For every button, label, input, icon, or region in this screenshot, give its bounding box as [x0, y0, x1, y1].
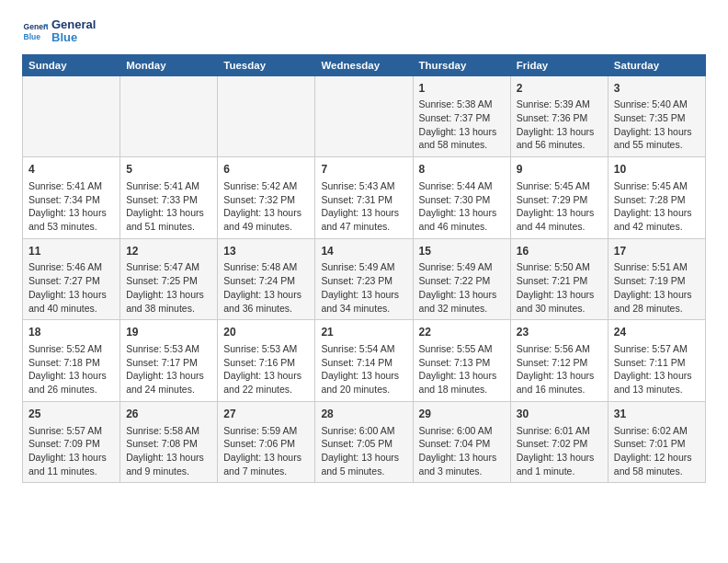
day-number: 30 — [517, 407, 602, 422]
day-info: Sunset: 7:33 PM — [126, 193, 211, 207]
day-number: 12 — [126, 244, 211, 259]
day-number: 9 — [517, 162, 602, 178]
calendar-week-5: 25Sunrise: 5:57 AMSunset: 7:09 PMDayligh… — [23, 401, 706, 483]
day-info: Sunset: 7:24 PM — [223, 274, 309, 288]
day-info: Daylight: 13 hours and 55 minutes. — [614, 125, 700, 152]
day-info: Daylight: 13 hours and 26 minutes. — [28, 369, 114, 396]
day-number: 4 — [28, 162, 114, 178]
calendar-cell: 25Sunrise: 5:57 AMSunset: 7:09 PMDayligh… — [23, 401, 120, 483]
day-info: Sunset: 7:34 PM — [28, 193, 114, 207]
logo-icon: General Blue — [22, 18, 48, 44]
day-info: Daylight: 13 hours and 51 minutes. — [126, 206, 211, 233]
day-info: Sunrise: 5:42 AM — [223, 179, 309, 193]
day-number: 17 — [614, 244, 700, 259]
calendar-cell — [218, 75, 315, 157]
day-info: Sunset: 7:14 PM — [321, 356, 406, 370]
day-info: Sunset: 7:11 PM — [614, 356, 700, 370]
day-number: 11 — [28, 244, 114, 259]
day-info: Daylight: 13 hours and 53 minutes. — [28, 206, 114, 233]
calendar-cell: 27Sunrise: 5:59 AMSunset: 7:06 PMDayligh… — [218, 401, 315, 483]
day-info: Sunrise: 5:43 AM — [321, 179, 406, 193]
day-info: Sunrise: 5:51 AM — [614, 260, 700, 274]
calendar-cell: 13Sunrise: 5:48 AMSunset: 7:24 PMDayligh… — [218, 238, 315, 320]
day-info: Sunset: 7:09 PM — [28, 437, 114, 451]
day-number: 13 — [223, 244, 309, 259]
day-info: Daylight: 13 hours and 56 minutes. — [517, 125, 602, 152]
day-info: Daylight: 13 hours and 16 minutes. — [517, 369, 602, 396]
weekday-header-monday: Monday — [120, 54, 218, 75]
weekday-header-wednesday: Wednesday — [315, 54, 413, 75]
day-number: 2 — [517, 81, 602, 97]
calendar-cell: 30Sunrise: 6:01 AMSunset: 7:02 PMDayligh… — [510, 401, 608, 483]
calendar-cell: 3Sunrise: 5:40 AMSunset: 7:35 PMDaylight… — [608, 75, 705, 157]
day-info: Sunrise: 5:49 AM — [419, 260, 505, 274]
calendar-cell: 17Sunrise: 5:51 AMSunset: 7:19 PMDayligh… — [608, 238, 705, 320]
day-number: 19 — [126, 325, 211, 340]
calendar-cell: 9Sunrise: 5:45 AMSunset: 7:29 PMDaylight… — [510, 157, 608, 239]
calendar-body: 1Sunrise: 5:38 AMSunset: 7:37 PMDaylight… — [23, 75, 706, 483]
day-info: Sunset: 7:22 PM — [419, 274, 505, 288]
day-info: Daylight: 13 hours and 47 minutes. — [321, 206, 406, 233]
day-info: Sunrise: 6:02 AM — [614, 424, 700, 438]
calendar-cell: 26Sunrise: 5:58 AMSunset: 7:08 PMDayligh… — [120, 401, 218, 483]
day-info: Sunset: 7:02 PM — [517, 437, 602, 451]
calendar-cell: 11Sunrise: 5:46 AMSunset: 7:27 PMDayligh… — [23, 238, 120, 320]
day-info: Sunset: 7:17 PM — [126, 356, 211, 370]
day-info: Daylight: 13 hours and 38 minutes. — [126, 288, 211, 315]
day-info: Sunset: 7:08 PM — [126, 437, 211, 451]
day-info: Sunrise: 5:57 AM — [28, 424, 114, 438]
logo-text: GeneralBlue — [51, 18, 96, 45]
svg-text:Blue: Blue — [24, 32, 41, 41]
calendar-week-4: 18Sunrise: 5:52 AMSunset: 7:18 PMDayligh… — [23, 320, 706, 402]
day-info: Sunset: 7:05 PM — [321, 437, 406, 451]
calendar-cell: 10Sunrise: 5:45 AMSunset: 7:28 PMDayligh… — [608, 157, 705, 239]
day-info: Sunrise: 5:49 AM — [321, 260, 406, 274]
weekday-header-saturday: Saturday — [608, 54, 705, 75]
calendar-cell: 8Sunrise: 5:44 AMSunset: 7:30 PMDaylight… — [413, 157, 510, 239]
day-info: Sunrise: 5:41 AM — [126, 179, 211, 193]
day-info: Sunrise: 5:56 AM — [517, 342, 602, 356]
logo: General Blue GeneralBlue — [22, 18, 96, 45]
day-info: Daylight: 13 hours and 20 minutes. — [321, 369, 406, 396]
calendar-cell: 6Sunrise: 5:42 AMSunset: 7:32 PMDaylight… — [218, 157, 315, 239]
calendar-table: SundayMondayTuesdayWednesdayThursdayFrid… — [22, 54, 706, 484]
day-number: 7 — [321, 162, 406, 178]
day-info: Daylight: 13 hours and 34 minutes. — [321, 288, 406, 315]
day-info: Daylight: 13 hours and 9 minutes. — [126, 451, 211, 477]
day-info: Sunrise: 5:41 AM — [28, 179, 114, 193]
day-info: Sunrise: 5:44 AM — [419, 179, 505, 193]
day-info: Daylight: 13 hours and 11 minutes. — [28, 451, 114, 477]
day-info: Sunrise: 6:00 AM — [419, 424, 505, 438]
day-info: Sunset: 7:23 PM — [321, 274, 406, 288]
day-info: Daylight: 13 hours and 40 minutes. — [28, 288, 114, 315]
day-number: 1 — [419, 81, 505, 97]
day-info: Sunset: 7:18 PM — [28, 356, 114, 370]
day-number: 10 — [614, 162, 700, 178]
day-info: Sunrise: 5:54 AM — [321, 342, 406, 356]
day-number: 15 — [419, 244, 505, 259]
day-info: Daylight: 13 hours and 22 minutes. — [223, 369, 309, 396]
day-info: Daylight: 13 hours and 58 minutes. — [419, 125, 505, 152]
calendar-cell: 20Sunrise: 5:53 AMSunset: 7:16 PMDayligh… — [218, 320, 315, 402]
day-info: Sunset: 7:30 PM — [419, 193, 505, 207]
day-number: 31 — [614, 407, 700, 422]
day-info: Sunset: 7:31 PM — [321, 193, 406, 207]
day-info: Sunset: 7:35 PM — [614, 111, 700, 125]
day-info: Daylight: 13 hours and 3 minutes. — [419, 451, 505, 477]
day-number: 26 — [126, 407, 211, 422]
day-info: Sunrise: 5:38 AM — [419, 98, 505, 111]
calendar-cell: 23Sunrise: 5:56 AMSunset: 7:12 PMDayligh… — [510, 320, 608, 402]
day-info: Sunset: 7:32 PM — [223, 193, 309, 207]
day-info: Daylight: 13 hours and 46 minutes. — [419, 206, 505, 233]
calendar-cell: 1Sunrise: 5:38 AMSunset: 7:37 PMDaylight… — [413, 75, 510, 157]
calendar-cell: 28Sunrise: 6:00 AMSunset: 7:05 PMDayligh… — [315, 401, 413, 483]
day-info: Daylight: 13 hours and 42 minutes. — [614, 206, 700, 233]
day-info: Daylight: 13 hours and 1 minute. — [517, 451, 602, 477]
weekday-header-thursday: Thursday — [413, 54, 510, 75]
day-info: Sunrise: 5:57 AM — [614, 342, 700, 356]
day-info: Sunrise: 5:39 AM — [517, 98, 602, 111]
day-info: Sunrise: 5:59 AM — [223, 424, 309, 438]
day-info: Sunset: 7:28 PM — [614, 193, 700, 207]
day-info: Sunrise: 5:40 AM — [614, 98, 700, 111]
day-number: 5 — [126, 162, 211, 178]
